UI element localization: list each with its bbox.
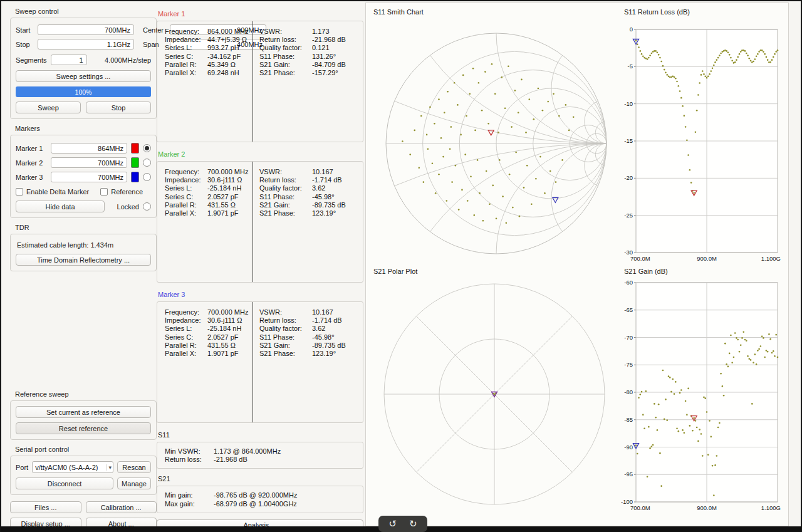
svg-text:1.100G: 1.100G (761, 504, 781, 511)
marker-data-row: Series C:-34.162 pF (165, 53, 253, 61)
marker-data-row: Return loss:-1.714 dB (259, 176, 363, 184)
enable-delta-marker-checkbox[interactable] (16, 188, 23, 196)
start-input[interactable] (38, 24, 134, 35)
marker-info-column: Marker 1 Frequency:864.000 MHzImpedance:… (157, 10, 363, 531)
s11-return-loss-chart[interactable]: S11 Return Loss (dB) 0-5-10-15-20-25-307… (619, 7, 789, 266)
s21-max-gain-value: -68.979 dB @ 1.00400GHz (214, 500, 297, 508)
reference-checkbox[interactable] (100, 188, 108, 196)
segments-label: Segments (16, 56, 47, 64)
marker-3-data-box: Frequency:700.000 MHzImpedance:30.6-j111… (157, 301, 363, 423)
enable-delta-marker-label: Enable Delta Marker (26, 188, 89, 196)
manage-button[interactable]: Manage (117, 477, 151, 489)
marker-3-select-radio[interactable] (143, 173, 151, 181)
sweep-progress-bar: 100% (16, 86, 151, 97)
marker-3-label: Marker 3 (16, 174, 47, 181)
calibration-button[interactable]: Calibration ... (86, 501, 157, 513)
progress-text: 100% (75, 88, 92, 96)
svg-text:-60: -60 (624, 279, 633, 286)
sweep-control-title: Sweep control (15, 8, 157, 15)
segments-input[interactable] (51, 55, 87, 65)
marker-data-row: Impedance:30.6-j111 Ω (165, 316, 253, 325)
control-sidebar: Sweep control Start Stop Center (10, 8, 157, 529)
svg-text:900.0M: 900.0M (697, 255, 717, 262)
hide-data-button[interactable]: Hide data (16, 201, 105, 212)
marker-data-row: S21 Phase:123.19° (259, 350, 363, 358)
locked-radio[interactable] (143, 202, 151, 211)
s11-summary-box: Min VSWR:1.173 @ 864.000MHz Return loss:… (157, 442, 363, 469)
tdr-button[interactable]: Time Domain Reflectometry ... (16, 254, 151, 266)
marker-2-data-box: Frequency:700.000 MHzImpedance:30.6-j111… (157, 161, 363, 283)
gain-chart-title: S21 Gain (dB) (624, 268, 789, 276)
svg-text:1.100G: 1.100G (761, 255, 781, 262)
marker-data-row: Parallel R:431.55 Ω (165, 201, 253, 209)
gain-chart-canvas: -60-65-70-75-80-85-90-95-100700.0M900.0M… (619, 278, 789, 516)
s11-section-title: S11 (158, 431, 363, 439)
marker-data-row: Parallel R:431.55 Ω (165, 342, 253, 350)
reset-reference-button[interactable]: Reset reference (16, 422, 151, 434)
svg-text:-5: -5 (628, 63, 633, 70)
marker-2-title: Marker 2 (158, 150, 363, 158)
s11-return-loss-value: -21.968 dB (214, 456, 247, 463)
return-loss-chart-canvas: 0-5-10-15-20-25-30700.0M900.0M1.100G (619, 18, 789, 265)
svg-text:-70: -70 (624, 334, 633, 341)
s21-gain-chart[interactable]: S21 Gain (dB) -60-65-70-75-80-85-90-95-1… (619, 266, 789, 523)
stop-sweep-button[interactable]: Stop (86, 102, 151, 113)
redo-icon[interactable]: ↻ (409, 519, 417, 529)
reference-sweep-box: Set current as reference Reset reference (10, 400, 157, 440)
sweep-button[interactable]: Sweep (16, 102, 81, 113)
marker-2-freq-input[interactable] (51, 157, 127, 168)
s11-smith-chart[interactable]: S11 Smith Chart (368, 7, 619, 266)
marker-2-select-radio[interactable] (143, 159, 151, 167)
frequency-fields: Start Stop Center Span (16, 24, 151, 50)
s11-return-loss-label: Return loss: (165, 456, 214, 464)
svg-text:900.0M: 900.0M (697, 504, 717, 511)
svg-text:-80: -80 (624, 389, 633, 395)
set-reference-button[interactable]: Set current as reference (16, 406, 151, 418)
marker-data-row: Frequency:700.000 MHz (165, 168, 253, 176)
marker-data-row: Series L:-25.184 nH (165, 184, 253, 192)
svg-text:-15: -15 (624, 137, 633, 144)
port-select[interactable]: v/ttyACM0 (S-A-A-2) ▾ (32, 461, 113, 473)
marker-data-row: Frequency:864.000 MHz (165, 28, 253, 36)
undo-icon[interactable]: ↺ (388, 519, 397, 529)
stop-input[interactable] (38, 39, 134, 50)
files-button[interactable]: Files ... (10, 501, 81, 513)
marker-1-freq-input[interactable] (51, 143, 127, 154)
marker-data-row: Quality factor:3.62 (259, 325, 363, 333)
marker-3-freq-input[interactable] (51, 172, 127, 182)
polar-plot-title: S21 Polar Plot (373, 268, 619, 276)
s21-polar-plot[interactable]: S21 Polar Plot (368, 266, 619, 523)
serial-port-title: Serial port control (15, 446, 157, 453)
marker-data-row: VSWR:1.173 (259, 28, 363, 36)
marker-1-select-radio[interactable] (143, 144, 151, 152)
svg-text:-95: -95 (624, 471, 633, 477)
sweep-settings-button[interactable]: Sweep settings ... (16, 70, 151, 82)
marker-1-label: Marker 1 (16, 145, 47, 152)
marker-1-title: Marker 1 (158, 10, 363, 18)
marker-data-row: Quality factor:0.121 (259, 44, 363, 52)
return-loss-chart-title: S11 Return Loss (dB) (624, 8, 789, 17)
sweep-control-box: Start Stop Center Span (10, 18, 157, 119)
footer-buttons: Files ... Calibration ... Display setup … (10, 501, 157, 529)
stop-label: Stop (16, 41, 34, 48)
marker-data-row: Quality factor:3.62 (259, 184, 363, 192)
rescan-button[interactable]: Rescan (117, 461, 151, 473)
tdr-box: Estimated cable length: 1.434m Time Doma… (10, 234, 157, 271)
marker-2-color-swatch[interactable] (131, 157, 139, 168)
disconnect-button[interactable]: Disconnect (16, 477, 113, 489)
marker-data-row: Series C:2.0527 pF (165, 193, 253, 201)
charts-panel: S11 Smith Chart S11 Return Loss (dB) 0-5… (365, 3, 789, 526)
marker-data-row: S11 Phase:131.26° (259, 53, 363, 61)
step-size-text: 4.000MHz/step (105, 56, 151, 64)
marker-1-color-swatch[interactable] (131, 143, 139, 154)
reference-sweep-title: Reference sweep (15, 390, 157, 398)
smith-chart-canvas (368, 18, 619, 265)
svg-text:700.0M: 700.0M (630, 504, 650, 511)
marker-data-row: Impedance:30.6-j111 Ω (165, 176, 253, 184)
s21-min-gain-label: Min gain: (165, 491, 214, 499)
marker-3-color-swatch[interactable] (131, 172, 139, 182)
marker-data-row: Series C:2.0527 pF (165, 333, 253, 342)
marker-data-row: Series L:993.27 pH (165, 44, 253, 52)
chevron-down-icon: ▾ (106, 464, 112, 471)
marker-data-row: S11 Phase:-45.98° (259, 333, 363, 342)
